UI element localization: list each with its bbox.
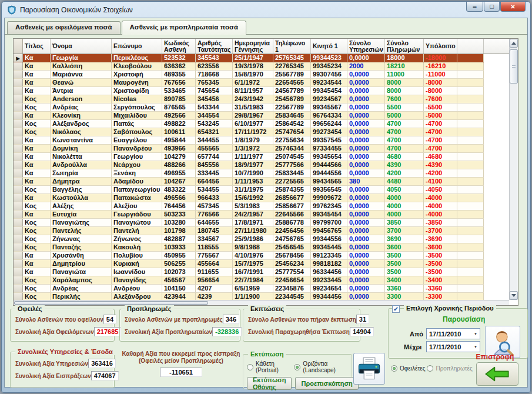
receipts-total-value[interactable]: 474067 (91, 371, 119, 380)
net-pending-value[interactable]: -110651 (160, 368, 202, 377)
prepayments-count-value[interactable]: 346 (223, 315, 239, 324)
row-selector[interactable] (14, 194, 23, 202)
row-selector[interactable] (14, 145, 23, 152)
debts-total-value[interactable]: 217685 (94, 327, 122, 336)
table-row[interactable]: ΚοςΠαντελήςΠαντελή10179818074527/11/1980… (14, 227, 484, 235)
radio-debtors[interactable]: Οφειλέτες (391, 365, 426, 372)
minimize-button[interactable]: ▬ (466, 2, 483, 12)
services-total-value[interactable]: 363416 (88, 359, 116, 368)
table-row[interactable]: ΚαΚωνσταντίναΕυαγγέλου4958443444551/8/19… (14, 136, 484, 145)
row-selector[interactable] (14, 219, 23, 226)
table-row[interactable]: ΚοςΠανταζήςΚακουλή1039331185559/8/198825… (14, 243, 484, 252)
header-phone1[interactable]: Τηλέφωνο 1 (273, 39, 311, 54)
print-screen-button[interactable]: Εκτύπωση Οθόνης (247, 377, 292, 390)
printer-button[interactable] (353, 353, 385, 385)
maximize-button[interactable]: ▢ (484, 2, 500, 12)
header-total-services[interactable]: Σύνολο Υπηρεσιών (347, 39, 385, 54)
header-mobile1[interactable]: Κινητό 1 (311, 39, 347, 54)
table-row[interactable]: ΚαΚαλλιόπηΚλεοβούλου63636262355619/3/197… (14, 62, 484, 71)
row-selector[interactable] (14, 186, 23, 193)
row-selector[interactable] (14, 243, 23, 251)
print-preview-button[interactable]: Προεπισκόπηση (295, 377, 358, 390)
tab-patients-owing[interactable]: Ασθενείς με οφειλόμενα ποσά (7, 21, 121, 34)
header-first-name[interactable]: Όνομα (51, 39, 112, 54)
radio-portrait[interactable]: Κάθετη (Portrait) (247, 360, 288, 373)
table-row[interactable]: ΚαΔήμητραΑδαμίδου1042676644561/11/195322… (14, 178, 484, 186)
header-last-name[interactable]: Επώνυμο (112, 39, 162, 54)
row-selector[interactable] (14, 202, 23, 210)
header-balance[interactable]: Υπόλοιπο (424, 39, 457, 54)
vertical-scrollbar[interactable] (509, 39, 518, 300)
header-row-selector[interactable] (14, 39, 23, 54)
table-row[interactable]: ΚοςΠαναγιώτηςΠαναγιώτου10328064465517/8/… (14, 219, 484, 227)
table-row[interactable]: ΚοςΑνδρέαςΣεργόπουλος87656554334431/5/19… (14, 103, 484, 112)
row-selector[interactable] (14, 260, 23, 268)
row-selector[interactable] (14, 227, 23, 235)
table-row[interactable]: ΚαΚωστούλλαΠαπακώστα49656696643315/6/199… (14, 194, 484, 202)
row-selector[interactable] (14, 153, 23, 161)
table-row[interactable]: ΚοςΒαγγέληςΠαπαγεωργίου48332253445531/1/… (14, 186, 484, 194)
row-selector[interactable] (14, 112, 23, 119)
table-row[interactable]: ΚαΠαναγιώταΙωαννίδου10207391165516/7/199… (14, 268, 484, 276)
scroll-up-button[interactable] (510, 39, 518, 48)
row-selector[interactable] (14, 276, 23, 284)
row-selector[interactable] (14, 87, 23, 95)
vertical-scrollbar-thumb[interactable] (510, 49, 518, 84)
header-patient-code[interactable]: Κωδικός Ασθενή (162, 39, 196, 54)
table-row[interactable]: ΚαΚλεονίκηΜιχαιλίδου49256634455429/8/196… (14, 112, 484, 120)
header-title[interactable]: Τίτλος (23, 39, 51, 54)
table-row[interactable]: ΚοςΑνδρέαςΑνδρέου10415042076/5/195922345… (14, 285, 484, 293)
discounts-count-value[interactable]: 31 (356, 315, 369, 324)
row-selector[interactable]: ▶ (14, 54, 23, 62)
radio-prepayers[interactable]: Προπληρωτές (427, 365, 472, 372)
row-selector[interactable] (14, 161, 23, 169)
tab-patients-prepaid[interactable]: Ασθενείς με προπληρωταία ποσά (122, 21, 246, 35)
row-selector[interactable] (14, 252, 23, 259)
prepayments-total-value[interactable]: -328336 (212, 327, 242, 336)
header-total-payments[interactable]: Σύνολο Πληρωμών (385, 39, 424, 54)
table-row[interactable]: ΚαΕυτυχίαΓεωργιάδου50323377656624/2/1957… (14, 211, 484, 219)
table-row[interactable]: ΚαΑνδρούλλαΝεάρχου48826684555618/9/19772… (14, 161, 484, 169)
horizontal-scrollbar-thumb[interactable] (14, 301, 208, 305)
table-row[interactable]: ΚαΆντριαΧριστοφίδη5334657456548/11/19572… (14, 87, 484, 95)
row-selector[interactable] (14, 268, 23, 276)
table-row[interactable]: ΚοςΑλέξανδροςΠαπάς4988225432456/10/19772… (14, 120, 484, 128)
header-id-number[interactable]: Αριθμός Ταυτότητας (196, 39, 233, 54)
table-row[interactable]: ΚαΘεανώΜαυρογένη7676567653456/1/19722265… (14, 79, 484, 87)
row-selector[interactable] (14, 169, 23, 177)
debts-count-value[interactable]: 54 (103, 315, 116, 324)
row-selector[interactable] (14, 103, 23, 111)
row-selector[interactable] (14, 120, 23, 128)
row-selector[interactable] (14, 128, 23, 136)
discounts-total-value[interactable]: 14904 (350, 327, 374, 336)
row-selector[interactable] (14, 285, 23, 292)
radio-landscape[interactable]: Οριζόντια (Landscape) (294, 360, 348, 373)
to-date-combo[interactable]: 17/11/2010 ▼ (426, 341, 480, 352)
table-row[interactable]: ΚαΝικολέτταΓεωργίου1042796577441/11/1977… (14, 153, 484, 161)
table-row[interactable]: ΚοςAndersonNicolas89078534545624/3/19422… (14, 95, 484, 103)
table-row[interactable]: ΚαΣωτηρίαΞενάκη49695533344510/7/19902583… (14, 169, 484, 178)
table-row[interactable]: ΚοςΝικόλαοςΣαβόπουλος10061165432117/11/1… (14, 128, 484, 136)
table-row[interactable]: ΚαΔομνίκηΠανανδρέου4939664555651/3/19722… (14, 145, 484, 153)
from-date-combo[interactable]: 17/11/2010 ▼ (426, 328, 480, 339)
title-bar[interactable]: Παρουσίαση Οικονομικών Στοιχείων ▬ ▢ ✕ (2, 2, 530, 18)
row-selector[interactable] (14, 71, 23, 78)
row-selector[interactable] (14, 79, 23, 86)
row-selector[interactable] (14, 235, 23, 243)
table-row[interactable]: ΚαΧρυσάνθηΠολυβίου4509557755674/10/19762… (14, 252, 484, 260)
row-selector[interactable] (14, 136, 23, 144)
header-birth-date[interactable]: Ημερομηνία Γέννησης (233, 39, 273, 54)
table-row[interactable]: ΚοςΧαράλαμποςΠαναγίδης45656795665422/7/1… (14, 276, 484, 285)
row-selector[interactable] (14, 62, 23, 70)
table-row[interactable]: ΚαΔημητρίουΚυριακή50625545566415/7/19752… (14, 260, 484, 268)
period-checkbox[interactable]: ✔ (392, 305, 400, 313)
row-selector[interactable] (14, 178, 23, 185)
return-button[interactable] (476, 362, 518, 386)
row-selector[interactable] (14, 211, 23, 218)
table-row[interactable]: ΚοςΖήνωναςΖήνωνος48288733456725/9/198624… (14, 235, 484, 243)
row-selector[interactable] (14, 95, 23, 103)
table-row[interactable]: ΚαΜαριάνναΧριστοφή48935571866815/8/19702… (14, 71, 484, 79)
scroll-down-button[interactable] (510, 291, 518, 300)
table-row[interactable]: ▶ΚαΓεωργίαΠερικλέους52353234554325/1/194… (14, 54, 484, 62)
close-button[interactable]: ✕ (500, 2, 526, 12)
